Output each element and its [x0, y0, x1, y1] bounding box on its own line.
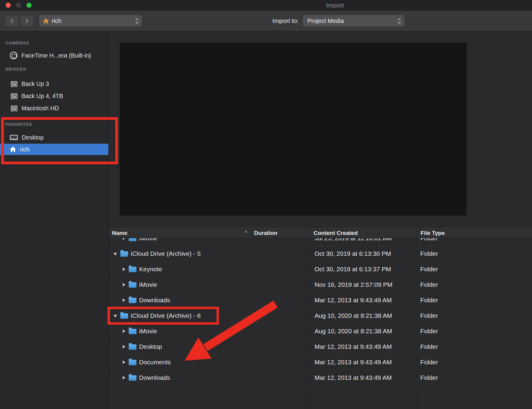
column-header-duration[interactable]: Duration: [251, 228, 310, 238]
row-duration: [251, 339, 310, 354]
disclosure-triangle-icon[interactable]: [122, 282, 126, 287]
titlebar: Import: [0, 0, 532, 11]
row-duration: [251, 370, 310, 385]
table-row[interactable]: Keynote Oct 30, 2019 at 6:13:37 PM Folde…: [109, 261, 532, 277]
table-rows: iMovie Jul 25, 2019 at 11:10:01 AM Folde…: [109, 238, 532, 409]
import-to-value: Project Media: [307, 18, 344, 24]
column-header-file-type[interactable]: File Type: [416, 228, 532, 238]
column-header-label: Content Created: [314, 230, 358, 236]
table-row[interactable]: Downloads Mar 12, 2013 at 9:43:49 AM Fol…: [109, 292, 532, 308]
row-duration: [251, 246, 310, 261]
row-duration: [251, 261, 310, 277]
sidebar-item-label: Back Up 4, 4TB: [21, 93, 63, 100]
sidebar-item-facetime-camera[interactable]: FaceTime H...era (Built-in): [0, 49, 108, 62]
sidebar-section-cameras: CAMERAS: [0, 40, 108, 46]
row-duration: [251, 323, 310, 339]
column-header-name[interactable]: Name ^: [109, 228, 251, 238]
column-header-label: Name: [112, 230, 127, 236]
disclosure-triangle-icon[interactable]: [122, 298, 126, 303]
table-row[interactable]: Downloads Mar 12, 2013 at 9:43:49 AM Fol…: [109, 370, 532, 385]
sidebar-item-label: FaceTime H...era (Built-in): [21, 52, 91, 59]
disclosure-triangle-icon[interactable]: [122, 329, 126, 334]
row-file-type: Folder: [416, 308, 532, 323]
row-file-type: Folder: [416, 354, 532, 370]
sidebar-item-label: Back Up 3: [21, 80, 49, 87]
row-content-created: Nov 16, 2019 at 2:57:09 PM: [310, 277, 416, 292]
camera-icon: [10, 52, 18, 59]
back-button[interactable]: [5, 15, 19, 27]
row-content-created: Aug 10, 2020 at 8:21:38 AM: [310, 308, 416, 323]
folder-icon: [120, 313, 128, 319]
main-content: Name ^ Duration Content Created File Typ…: [109, 31, 532, 409]
close-button[interactable]: [6, 3, 11, 8]
sidebar-item-rich-selected[interactable]: rich: [0, 144, 108, 155]
table-row-documents[interactable]: Documents Mar 12, 2013 at 9:43:49 AM Fol…: [109, 354, 532, 370]
sidebar-item-backup4[interactable]: Back Up 4, 4TB: [0, 90, 108, 102]
folder-icon: [129, 344, 136, 350]
row-duration: [251, 277, 310, 292]
stepper-icon: [397, 18, 402, 26]
sidebar: CAMERAS FaceTime H...era (Built-in) DEVI…: [0, 31, 109, 409]
home-icon: [10, 147, 16, 152]
disclosure-triangle-icon[interactable]: [122, 267, 126, 272]
table-row[interactable]: iMovie Jul 25, 2019 at 11:10:01 AM Folde…: [109, 238, 532, 246]
row-content-created: Jul 25, 2019 at 11:10:01 AM: [310, 238, 416, 246]
table-header-row: Name ^ Duration Content Created File Typ…: [109, 228, 532, 238]
row-name: iCloud Drive (Archive) - 5: [131, 250, 201, 257]
toolbar: rich Import to: Project Media: [0, 11, 532, 31]
row-file-type: Folder: [416, 238, 532, 246]
disclosure-triangle-icon[interactable]: [122, 375, 126, 380]
column-header-label: Duration: [254, 230, 277, 236]
folder-icon: [129, 329, 136, 334]
import-to-group: Import to: Project Media: [266, 15, 404, 27]
sort-ascending-icon: ^: [244, 230, 247, 236]
row-name: iCloud Drive (Archive) - 6: [131, 312, 201, 319]
row-content-created: Mar 12, 2013 at 9:43:49 AM: [310, 370, 416, 385]
disclosure-triangle-icon[interactable]: [122, 360, 126, 365]
row-file-type: Folder: [416, 277, 532, 292]
sidebar-item-label: Desktop: [22, 134, 43, 141]
row-name: iMovie: [139, 328, 157, 335]
row-content-created: Oct 30, 2019 at 6:13:37 PM: [310, 261, 416, 277]
nav-buttons: [5, 15, 34, 27]
media-preview-area: [120, 43, 467, 216]
row-file-type: Folder: [416, 246, 532, 261]
row-duration: [251, 292, 310, 308]
sidebar-item-desktop[interactable]: Desktop: [0, 131, 108, 144]
folder-icon: [129, 298, 136, 303]
row-file-type: Folder: [416, 261, 532, 277]
chevron-left-icon: [10, 18, 14, 24]
location-dropdown[interactable]: rich: [39, 15, 142, 27]
sidebar-item-macintosh-hd[interactable]: Macintosh HD: [0, 102, 108, 114]
folder-icon: [129, 360, 136, 365]
folder-icon: [129, 375, 136, 381]
row-name: Keynote: [139, 266, 162, 273]
file-browser-table: Name ^ Duration Content Created File Typ…: [109, 228, 532, 409]
sidebar-section-devices: DEVICES: [0, 66, 108, 72]
column-header-label: File Type: [421, 230, 445, 236]
row-file-type: Folder: [416, 339, 532, 354]
row-file-type: Folder: [416, 370, 532, 385]
stepper-icon: [135, 18, 139, 26]
table-row[interactable]: iMovie Nov 16, 2019 at 2:57:09 PM Folder: [109, 277, 532, 292]
window-title: Import: [316, 2, 354, 9]
row-content-created: Mar 12, 2013 at 9:43:49 AM: [310, 292, 416, 308]
table-row[interactable]: Desktop Mar 12, 2013 at 9:43:49 AM Folde…: [109, 339, 532, 354]
sidebar-item-backup3[interactable]: Back Up 3: [0, 78, 108, 90]
column-header-content-created[interactable]: Content Created: [310, 228, 416, 238]
disclosure-triangle-icon[interactable]: [122, 344, 126, 349]
row-duration: [251, 308, 310, 323]
table-row[interactable]: iMovie Aug 10, 2020 at 8:21:38 AM Folder: [109, 323, 532, 339]
row-content-created: Mar 12, 2013 at 9:43:49 AM: [310, 354, 416, 370]
disclosure-triangle-icon[interactable]: [113, 313, 118, 318]
import-to-dropdown[interactable]: Project Media: [303, 15, 404, 27]
table-row-icloud-archive-6[interactable]: iCloud Drive (Archive) - 6 Aug 10, 2020 …: [109, 308, 532, 323]
sidebar-section-favorites: FAVORITES: [0, 121, 108, 128]
zoom-button[interactable]: [27, 3, 32, 8]
minimize-button[interactable]: [16, 3, 21, 8]
disclosure-triangle-icon[interactable]: [122, 238, 126, 241]
table-row[interactable]: iCloud Drive (Archive) - 5 Oct 30, 2019 …: [109, 246, 532, 261]
disclosure-triangle-icon[interactable]: [113, 251, 118, 256]
folder-icon: [129, 282, 136, 288]
forward-button[interactable]: [20, 15, 34, 27]
